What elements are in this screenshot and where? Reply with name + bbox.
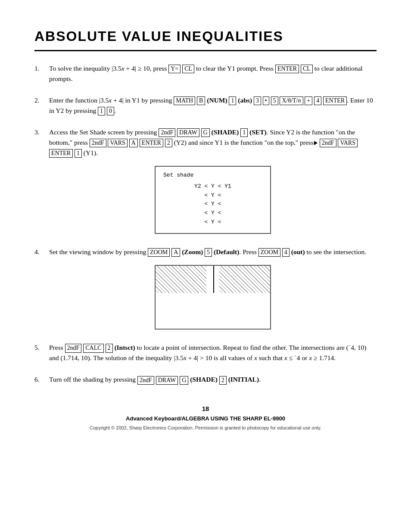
key-cl-1: CL xyxy=(182,65,194,73)
step-6-number: 6. xyxy=(34,374,49,385)
hatch-right xyxy=(219,266,270,294)
key-2c: 2 xyxy=(219,376,227,385)
key-enter-4: ENTER xyxy=(49,149,73,158)
key-enter-2: ENTER xyxy=(323,96,347,105)
key-cl-2: CL xyxy=(301,65,313,73)
step-6: 6. Turn off the shading by pressing 2ndF… xyxy=(34,374,377,386)
key-2ndf-5: 2ndF xyxy=(137,376,154,385)
screen-line2: < Y < xyxy=(163,191,262,200)
key-enter-1: ENTER xyxy=(275,65,299,73)
key-2: 2 xyxy=(165,139,172,147)
screen-line4: < Y < xyxy=(163,209,262,218)
key-dot: • xyxy=(263,96,269,105)
arrow-right-icon xyxy=(314,141,318,145)
key-g-1: G xyxy=(201,128,210,137)
key-5: 5 xyxy=(271,96,278,105)
key-g-2: G xyxy=(180,376,188,385)
footer-page-number: 18 xyxy=(34,404,377,414)
screen-line1: Y2 < Y < Y1 xyxy=(163,182,262,191)
key-1d: 1 xyxy=(75,149,82,158)
key-1b: 1 xyxy=(98,107,105,115)
step-4-content: Set the viewing window by pressing ZOOM … xyxy=(49,247,377,333)
key-0: 0 xyxy=(107,107,114,115)
step-5-number: 5. xyxy=(34,342,49,353)
screen-title: Set shade xyxy=(163,171,262,180)
screen-line3: < Y < xyxy=(163,200,262,209)
key-3: 3 xyxy=(254,96,261,105)
graph-screen xyxy=(155,265,271,330)
graph-bottom-area xyxy=(156,293,270,329)
screen-line5: < Y < xyxy=(163,218,262,227)
key-vars-2: VARS xyxy=(338,139,358,147)
key-2ndf-1: 2ndF xyxy=(159,128,175,137)
key-calc: CALC xyxy=(83,344,103,352)
step-3-number: 3. xyxy=(34,127,49,137)
key-draw-1: DRAW xyxy=(177,128,199,137)
key-vars-1: VARS xyxy=(108,139,128,147)
step-3: 3. Access the Set Shade screen by pressi… xyxy=(34,127,377,237)
key-5: 5 xyxy=(205,248,212,257)
step-1-number: 1. xyxy=(34,63,49,74)
footer-book-title: Advanced Keyboard/ALGEBRA USING THE SHAR… xyxy=(34,414,377,423)
key-2ndf-2: 2ndF xyxy=(90,139,106,147)
key-plus: + xyxy=(305,96,312,105)
step-4: 4. Set the viewing window by pressing ZO… xyxy=(34,247,377,333)
footer-copyright: Copyright © 2002, Sharp Electronics Corp… xyxy=(34,424,377,432)
step-5-content: Press 2ndF CALC 2 (Intsct) to locate a p… xyxy=(49,342,377,365)
hatch-left xyxy=(156,266,206,294)
key-enter-3: ENTER xyxy=(140,139,163,147)
screen-body: Y2 < Y < Y1 < Y < < Y < < Y < < Y < xyxy=(163,182,262,227)
key-2ndf-3: 2ndF xyxy=(320,139,336,147)
key-4: 4 xyxy=(314,96,321,105)
step-1-content: To solve the inequality |3.5x + 4| ≥ 10,… xyxy=(49,63,377,86)
step-6-content: Turn off the shading by pressing 2ndF DR… xyxy=(49,374,377,386)
step-2-number: 2. xyxy=(34,95,49,106)
step-5: 5. Press 2ndF CALC 2 (Intsct) to locate … xyxy=(34,342,377,365)
key-zoom-2: ZOOM xyxy=(258,248,280,257)
key-xthetan: X/θ/T/n xyxy=(280,96,303,105)
steps-list: 1. To solve the inequality |3.5x + 4| ≥ … xyxy=(34,63,377,387)
set-shade-screen: Set shade Y2 < Y < Y1 < Y < < Y < < Y < … xyxy=(155,166,271,234)
key-2ndf-4: 2ndF xyxy=(65,344,82,352)
key-b: B xyxy=(197,96,205,105)
title-divider xyxy=(34,50,377,51)
key-2b: 2 xyxy=(106,344,113,352)
step-3-content: Access the Set Shade screen by pressing … xyxy=(49,127,377,237)
key-math: MATH xyxy=(174,96,195,105)
step-2: 2. Enter the function |3.5x + 4| in Y1 b… xyxy=(34,95,377,118)
step-1: 1. To solve the inequality |3.5x + 4| ≥ … xyxy=(34,63,377,86)
key-1: 1 xyxy=(229,96,236,105)
key-draw-2: DRAW xyxy=(156,376,178,385)
page-footer: 18 Advanced Keyboard/ALGEBRA USING THE S… xyxy=(34,404,377,431)
key-a-2: A xyxy=(171,248,180,257)
key-a-1: A xyxy=(129,139,138,147)
key-y-equals: Y= xyxy=(168,65,181,73)
key-4: 4 xyxy=(282,248,290,257)
key-1c: 1 xyxy=(240,128,248,137)
page-title: ABSOLUTE VALUE INEQUALITIES xyxy=(34,26,377,47)
step-2-content: Enter the function |3.5x + 4| in Y1 by p… xyxy=(49,95,377,118)
key-zoom-1: ZOOM xyxy=(148,248,170,257)
step-4-number: 4. xyxy=(34,247,49,257)
